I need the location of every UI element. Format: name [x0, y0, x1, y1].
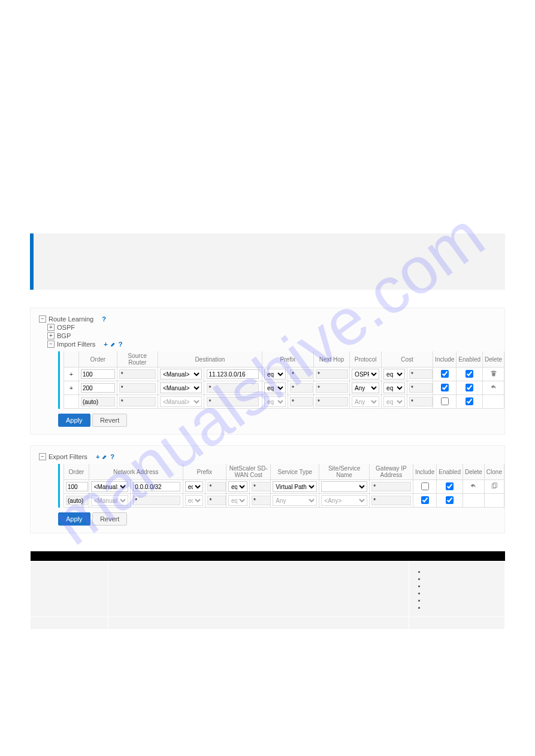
- enabled-checkbox[interactable]: [446, 496, 454, 504]
- th-clone: Clone: [484, 464, 504, 480]
- tree-ospf[interactable]: + OSPF: [47, 324, 498, 331]
- prefix-op-select[interactable]: eq: [264, 382, 286, 393]
- include-checkbox[interactable]: [441, 370, 449, 378]
- apply-button[interactable]: Apply: [58, 414, 90, 427]
- include-checkbox[interactable]: [441, 384, 449, 391]
- na-select[interactable]: <Manual>: [91, 481, 128, 492]
- dest-input[interactable]: [207, 383, 259, 393]
- protocol-select[interactable]: OSPF: [352, 369, 379, 379]
- tree-export-filters[interactable]: − Export Filters + ?: [39, 453, 498, 460]
- th-cost: Cost: [382, 351, 433, 368]
- pencil-icon[interactable]: [102, 454, 108, 460]
- dest-select: <Manual>: [160, 396, 202, 407]
- table-row: + <Manual> eq Any eq: [64, 381, 504, 395]
- undo-icon[interactable]: [470, 482, 477, 490]
- prefix-val-input[interactable]: [207, 482, 226, 491]
- th-order: Order: [79, 351, 117, 368]
- cost-op-select[interactable]: eq: [383, 382, 405, 393]
- na-select: <Manual>: [91, 495, 128, 506]
- cost-op-select: eq: [383, 396, 405, 407]
- th-order: Order: [64, 464, 89, 480]
- expand-icon[interactable]: +: [69, 371, 73, 378]
- th-source-router: Source Router: [117, 351, 158, 368]
- table-row: <Manual> eq Any eq: [64, 395, 504, 409]
- enabled-checkbox[interactable]: [466, 384, 473, 391]
- cost-val-input[interactable]: [252, 482, 271, 491]
- dest-select[interactable]: <Manual>: [160, 382, 202, 393]
- expand-icon[interactable]: +: [47, 332, 55, 339]
- include-checkbox[interactable]: [421, 482, 429, 490]
- enabled-checkbox[interactable]: [446, 482, 454, 490]
- site-service-select: <Any>: [321, 495, 367, 506]
- source-router-input[interactable]: [119, 383, 156, 393]
- list-item: [426, 567, 498, 575]
- prefix-val-input[interactable]: [290, 369, 313, 379]
- source-router-input[interactable]: [119, 369, 156, 379]
- cost-val-input[interactable]: [409, 369, 432, 379]
- undo-icon[interactable]: [490, 384, 497, 391]
- order-input[interactable]: [81, 383, 115, 393]
- clone-icon[interactable]: [491, 482, 498, 490]
- gateway-ip-input[interactable]: [371, 482, 411, 491]
- cost-op-select[interactable]: eq: [383, 369, 405, 379]
- help-icon[interactable]: ?: [110, 453, 114, 460]
- trash-icon[interactable]: [490, 370, 497, 377]
- th-service-type: Service Type: [271, 464, 319, 480]
- prefix-val-input: [207, 496, 226, 505]
- export-filters-label: Export Filters: [49, 453, 87, 460]
- dest-input[interactable]: [207, 369, 259, 379]
- prefix-op-select: eq: [264, 396, 286, 407]
- service-type-select[interactable]: Virtual Path: [273, 481, 317, 492]
- na-input[interactable]: [133, 482, 180, 491]
- include-checkbox[interactable]: [441, 397, 449, 405]
- add-icon[interactable]: +: [104, 341, 107, 348]
- order-input[interactable]: [66, 482, 88, 491]
- cost-op-select[interactable]: eq: [228, 481, 247, 492]
- prefix-op-select[interactable]: eq: [264, 369, 286, 379]
- expand-icon[interactable]: +: [47, 324, 55, 331]
- apply-button[interactable]: Apply: [58, 512, 90, 526]
- collapse-icon[interactable]: −: [47, 341, 55, 348]
- source-router-input: [119, 397, 156, 406]
- next-hop-input[interactable]: [316, 383, 348, 393]
- list-item: [426, 603, 498, 611]
- cost-op-select: eq: [228, 495, 247, 506]
- expand-icon[interactable]: +: [69, 385, 73, 391]
- collapse-icon[interactable]: −: [39, 453, 46, 460]
- ospf-label: OSPF: [57, 324, 75, 331]
- collapse-icon[interactable]: −: [39, 315, 46, 323]
- next-hop-input[interactable]: [316, 369, 348, 379]
- include-checkbox[interactable]: [421, 496, 429, 504]
- help-icon[interactable]: ?: [102, 315, 106, 323]
- table-row: + <Manual> eq OSPF eq: [64, 368, 504, 381]
- add-icon[interactable]: +: [96, 453, 99, 460]
- order-input[interactable]: [81, 369, 115, 379]
- th-network-address: Network Address: [89, 464, 183, 480]
- doc-th3: [409, 551, 505, 561]
- protocol-select: Any: [352, 396, 379, 407]
- revert-button[interactable]: Revert: [92, 512, 127, 526]
- prefix-op-select: eq: [185, 495, 204, 506]
- protocol-select[interactable]: Any: [352, 382, 379, 393]
- export-filters-panel: − Export Filters + ? Order Network Addre…: [30, 445, 505, 533]
- route-learning-panel: − Route Learning ? + OSPF + BGP − Import…: [30, 308, 505, 435]
- prefix-val-input[interactable]: [290, 383, 313, 393]
- tree-bgp[interactable]: + BGP: [47, 332, 498, 339]
- tree-route-learning[interactable]: − Route Learning ?: [39, 315, 498, 323]
- export-filters-table: Order Network Address Prefix NetScaler S…: [64, 464, 504, 508]
- cost-val-input[interactable]: [409, 383, 432, 393]
- help-icon[interactable]: ?: [119, 341, 123, 348]
- prefix-val-input: [290, 397, 313, 406]
- th-delete: Delete: [463, 464, 484, 480]
- na-input: [133, 496, 180, 505]
- th-destination: Destination: [158, 351, 262, 368]
- enabled-checkbox[interactable]: [466, 397, 473, 405]
- tree-import-filters[interactable]: − Import Filters + ?: [47, 341, 498, 348]
- enabled-checkbox[interactable]: [466, 370, 473, 378]
- prefix-op-select[interactable]: eq: [185, 481, 204, 492]
- site-service-select[interactable]: [321, 481, 367, 492]
- revert-button[interactable]: Revert: [92, 414, 127, 427]
- pencil-icon[interactable]: [110, 341, 116, 347]
- dest-select[interactable]: <Manual>: [160, 369, 202, 379]
- import-filters-table: Order Source Router Destination Prefix N…: [64, 351, 504, 409]
